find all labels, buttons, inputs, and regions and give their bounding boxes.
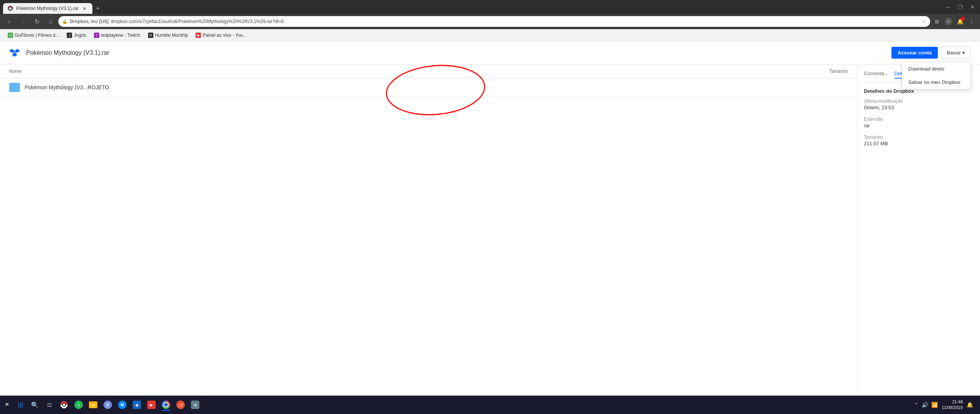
file-list-section: Nome Tamanho Pokémon Mythology (V3...ROJ… (0, 64, 857, 414)
baixar-dropdown-arrow: ▾ (962, 50, 965, 56)
field-label-ultima-modificacao: Última modificação (864, 99, 974, 104)
baixar-button[interactable]: Baixar ▾ (941, 46, 971, 59)
active-tab[interactable]: Pokémon Mythology (V3.1).rar ✕ (3, 3, 92, 14)
panel-field-ultima-modificacao: Última modificação Ontem, 23:53 (864, 99, 974, 110)
profile-button[interactable]: A (943, 16, 954, 27)
reload-button[interactable]: ↻ (31, 15, 43, 28)
app-icon-blue[interactable]: ◉ (130, 398, 144, 412)
tab-bar: Pokémon Mythology (V3.1).rar ✕ + (3, 0, 103, 14)
baixar-dropdown-menu: Download direto Salvar no meu Dropbox (902, 62, 971, 89)
bookmark-star-icon[interactable]: ☆ (921, 18, 926, 25)
new-tab-button[interactable]: + (92, 3, 103, 14)
bookmark-label-painel: Painel ao vivo - You... (202, 33, 247, 38)
bookmark-label-redplayerw: redplayerw - Twitch (101, 33, 140, 38)
tab-comentarios[interactable]: Comentá... (864, 71, 888, 79)
git-icon[interactable]: ⎇ (174, 398, 187, 412)
bookmark-gofilmes[interactable]: G GoFilmes | Filmes d... (5, 32, 62, 39)
folder-icon (9, 83, 20, 92)
browser-window: Pokémon Mythology (V3.1).rar ✕ + — ❐ ✕ ‹… (0, 0, 980, 414)
home-button[interactable]: ⌂ (44, 15, 57, 28)
salvar-dropbox-option[interactable]: Salvar no meu Dropbox (902, 76, 970, 89)
app-icon-red[interactable]: ▶ (145, 398, 158, 412)
baixar-label: Baixar (947, 50, 961, 56)
devtools-icon[interactable]: ⚙ (188, 398, 202, 412)
tray-network-icon[interactable]: 📶 (931, 401, 939, 409)
chrome-icon[interactable] (159, 398, 173, 412)
window-controls: — ❐ ✕ (943, 3, 977, 11)
taskbar-flag: ⚑ (3, 400, 11, 409)
panel-field-tamanho: Tamanho 211.07 MB (864, 135, 974, 146)
right-panel: Comentá... Detalhes do Dropbox Detalhes … (857, 64, 980, 414)
field-label-tamanho: Tamanho (864, 135, 974, 140)
taskbar-clock: 21:48 11/08/2019 (942, 399, 963, 411)
field-value-ultima-modificacao: Ontem, 23:53 (864, 105, 974, 110)
panel-field-extensao: Extensão rar (864, 117, 974, 128)
field-value-tamanho: 211.07 MB (864, 141, 974, 146)
bookmark-favicon-humble: H (148, 33, 153, 38)
file-area: Nome Tamanho Pokémon Mythology (V3...ROJ… (0, 64, 980, 414)
maximize-button[interactable]: ❐ (956, 3, 965, 11)
field-value-extensao: rar (864, 123, 974, 128)
close-button[interactable]: ✕ (968, 3, 977, 11)
url-text: dropbox.com/s/7zykfax31eu6ro6/Pokémon%20… (111, 19, 919, 24)
bookmark-favicon-painel: ▶ (196, 33, 201, 38)
taskbar: ⚑ ⊞ 🔍 ⊡ ♫ 📁 (0, 396, 980, 414)
acessar-conta-button[interactable]: Acessar conta (891, 47, 938, 59)
table-row[interactable]: Pokémon Mythology (V3...ROJETO (0, 78, 857, 97)
address-bar[interactable]: 🔒 Dropbox, Inc [US] dropbox.com/s/7zykfa… (58, 16, 930, 27)
dropbox-header: Pokémon Mythology (V3.1).rar Acessar con… (0, 41, 980, 64)
taskbar-date: 11/08/2019 (942, 405, 963, 411)
tab-favicon (8, 6, 13, 11)
pokemon-app-icon[interactable] (57, 398, 71, 412)
bookmark-favicon-redplayerw: T (94, 33, 99, 38)
discord-icon[interactable]: D (101, 398, 115, 412)
tab-close-button[interactable]: ✕ (82, 5, 88, 12)
tray-up-arrow[interactable]: ⌃ (913, 401, 919, 409)
notification-area: ⌃ 🔊 📶 (913, 401, 939, 409)
bookmark-favicon-gofilmes: G (8, 33, 13, 38)
lock-icon: 🔒 (62, 19, 67, 24)
menu-button[interactable]: ⋮ (966, 16, 977, 27)
taskbar-time: 21:48 (942, 399, 963, 405)
bookmark-label-gofilmes: GoFilmes | Filmes d... (15, 33, 59, 38)
task-view-button[interactable]: ⊡ (43, 398, 56, 412)
file-explorer-icon[interactable]: 📁 (86, 398, 100, 412)
nav-right-icons: ⊞ A 🔔 ! ⋮ (932, 16, 977, 27)
column-header-tamanho: Tamanho (802, 69, 848, 74)
bookmark-label-humble: Humble Monthly (155, 33, 188, 38)
notifications-button[interactable]: 🔔 ! (955, 16, 965, 27)
tab-title: Pokémon Mythology (V3.1).rar (16, 6, 79, 11)
dropbox-logo-icon (9, 48, 20, 58)
title-bar: Pokémon Mythology (V3.1).rar ✕ + — ❐ ✕ (0, 0, 980, 14)
forward-button[interactable]: › (17, 15, 29, 28)
bookmark-painel[interactable]: ▶ Painel ao vivo - You... (192, 32, 250, 39)
file-name-cell: Pokémon Mythology (V3...ROJETO (25, 84, 802, 90)
bookmark-favicon-jogos: J (67, 33, 72, 38)
bookmarks-bar: G GoFilmes | Filmes d... J Jogos T redpl… (0, 29, 980, 41)
dropbox-header-actions: Acessar conta Baixar ▾ Download direto S… (891, 46, 971, 59)
spotify-icon[interactable]: ♫ (72, 398, 86, 412)
file-table-header: Nome Tamanho (0, 64, 857, 78)
minimize-button[interactable]: — (943, 3, 953, 11)
start-button[interactable]: ⊞ (13, 398, 27, 412)
column-header-nome: Nome (9, 69, 802, 74)
bookmark-jogos[interactable]: J Jogos (64, 32, 89, 39)
messenger-icon[interactable]: M (115, 398, 129, 412)
navigation-bar: ‹ › ↻ ⌂ 🔒 Dropbox, Inc [US] dropbox.com/… (0, 14, 980, 29)
dropbox-file-name: Pokémon Mythology (V3.1).rar (26, 49, 109, 56)
dropbox-logo (9, 48, 20, 58)
bookmark-label-jogos: Jogos (74, 33, 86, 38)
field-label-extensao: Extensão (864, 117, 974, 122)
tray-sound-icon[interactable]: 🔊 (921, 401, 929, 409)
page-content: Pokémon Mythology (V3.1).rar Acessar con… (0, 41, 980, 414)
extensions-button[interactable]: ⊞ (932, 16, 942, 27)
site-name: Dropbox, Inc [US] (70, 19, 109, 24)
cortana-button[interactable]: 🔍 (28, 398, 42, 412)
download-direto-option[interactable]: Download direto (902, 62, 970, 76)
bookmark-humble[interactable]: H Humble Monthly (145, 32, 191, 39)
back-button[interactable]: ‹ (3, 15, 15, 28)
taskbar-right: ⌃ 🔊 📶 21:48 11/08/2019 🔔 (913, 399, 977, 411)
notifications-tray-icon[interactable]: 🔔 (966, 401, 974, 409)
bookmark-redplayerw[interactable]: T redplayerw - Twitch (91, 32, 143, 39)
